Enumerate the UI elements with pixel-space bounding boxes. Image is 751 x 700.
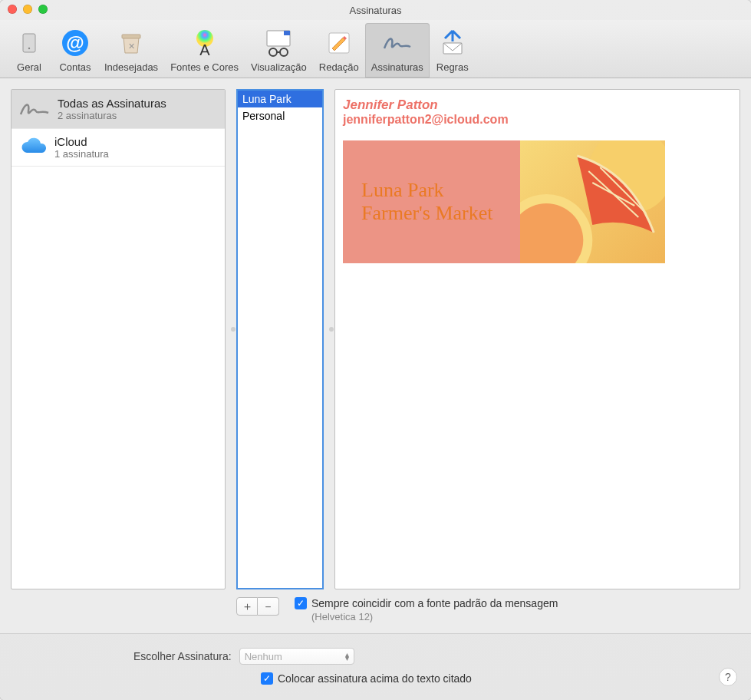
svg-rect-0 [23,34,35,52]
account-icloud[interactable]: iCloud 1 assinatura [12,129,225,167]
tab-label: Regras [436,61,469,73]
choose-signature-label: Escolher Assinatura: [133,650,232,662]
bottom-section: Escolher Assinatura: Nenhum ▴▾ ✓ Colocar… [0,633,751,700]
tab-label: Visualização [251,61,307,73]
tab-label: Assinaturas [371,61,423,73]
tab-fonts-colors[interactable]: A Fontes e Cores [164,23,245,78]
help-button[interactable]: ? [719,668,737,686]
window-title: Assinaturas [350,5,402,16]
signature-email: jenniferpatton2@icloud.com [343,113,732,127]
zoom-button[interactable] [38,5,48,14]
always-match-checkbox-row[interactable]: ✓ Sempre coincidir com a fonte padrão da… [295,597,740,609]
banner-line2: Farmer's Market [361,202,520,225]
always-match-label: Sempre coincidir com a fonte padrão da m… [311,597,558,609]
account-all-signatures[interactable]: Todas as Assinaturas 2 assinaturas [12,90,225,129]
checkbox-checked-icon: ✓ [295,597,307,609]
always-match-group: ✓ Sempre coincidir com a fonte padrão da… [295,597,740,622]
tab-label: Redação [319,61,359,73]
tab-rules[interactable]: Regras [430,23,476,78]
tab-accounts[interactable]: @ Contas [52,23,98,78]
signature-list-pane: Luna Park Personal [236,89,324,589]
account-title: Todas as Assinaturas [58,97,166,110]
close-button[interactable] [8,5,17,14]
account-subtitle: 1 assinatura [54,148,109,160]
tab-general[interactable]: Geral [6,23,52,78]
tab-viewing[interactable]: Visualização [245,23,313,78]
account-text: Todas as Assinaturas 2 assinaturas [58,97,166,121]
svg-text:@: @ [66,32,84,53]
svg-point-10 [269,48,277,56]
signature-icon [380,26,414,60]
svg-point-11 [280,48,288,56]
choose-signature-row: Escolher Assinatura: Nenhum ▴▾ [11,648,740,665]
svg-rect-4 [122,35,140,38]
window-controls [8,5,48,14]
place-above-row: ✓ Colocar assinatura acima do texto cita… [11,672,740,685]
place-above-label: Colocar assinatura acima do texto citado [278,672,472,685]
tab-label: Indesejadas [104,61,158,73]
remove-signature-button[interactable]: － [258,597,279,616]
below-panes-row: ＋ － ✓ Sempre coincidir com a fonte padrã… [11,597,740,622]
signature-preview-pane[interactable]: Jennifer Patton jenniferpatton2@icloud.c… [334,89,740,589]
signature-item-personal[interactable]: Personal [238,107,322,124]
accounts-pane: Todas as Assinaturas 2 assinaturas iClou… [11,89,226,589]
preferences-toolbar: Geral @ Contas ✕ Indesejadas A Fontes e … [0,20,751,78]
general-icon [12,26,46,60]
divider-handle[interactable] [231,327,236,332]
tab-label: Fontes e Cores [170,61,239,73]
signature-item-luna-park[interactable]: Luna Park [238,91,322,107]
banner-text-side: Luna Park Farmer's Market [343,140,520,263]
choose-signature-popup[interactable]: Nenhum ▴▾ [239,648,354,665]
signature-name: Jennifer Patton [343,97,732,113]
popup-arrows-icon: ▴▾ [345,652,349,660]
place-above-checkbox-row[interactable]: ✓ Colocar assinatura acima do texto cita… [261,672,472,685]
svg-text:✕: ✕ [128,41,135,51]
rules-icon [436,26,469,60]
add-signature-button[interactable]: ＋ [236,597,258,616]
tab-signatures[interactable]: Assinaturas [365,23,430,78]
viewing-icon [262,26,295,60]
divider-handle[interactable] [329,327,334,332]
trash-icon: ✕ [114,26,148,60]
tab-label: Geral [17,61,41,73]
tab-label: Contas [59,61,91,73]
add-remove-buttons: ＋ － [236,597,279,616]
svg-rect-9 [284,31,290,35]
compose-icon [322,26,356,60]
svg-rect-14 [443,43,462,54]
titlebar: Assinaturas [0,0,751,20]
signature-icon [19,96,51,122]
svg-point-1 [28,48,30,49]
minimize-button[interactable] [23,5,32,14]
font-hint: (Helvetica 12) [311,611,740,622]
banner-line1: Luna Park [361,179,520,202]
choose-signature-value: Nenhum [245,651,282,662]
account-title: iCloud [54,135,109,148]
icloud-icon [19,136,48,159]
fonts-icon: A [188,26,222,60]
banner-image [520,140,665,263]
signature-banner: Luna Park Farmer's Market [343,140,665,263]
account-subtitle: 2 assinaturas [58,110,166,121]
svg-text:A: A [199,41,210,58]
tab-composing[interactable]: Redação [313,23,365,78]
content-area: Todas as Assinaturas 2 assinaturas iClou… [0,78,751,633]
tab-junk[interactable]: ✕ Indesejadas [98,23,164,78]
account-text: iCloud 1 assinatura [54,135,109,160]
at-icon: @ [58,26,92,60]
checkbox-checked-icon: ✓ [261,672,273,685]
preferences-window: Assinaturas Geral @ Contas ✕ Indesejadas [0,0,751,700]
three-pane: Todas as Assinaturas 2 assinaturas iClou… [11,89,740,589]
